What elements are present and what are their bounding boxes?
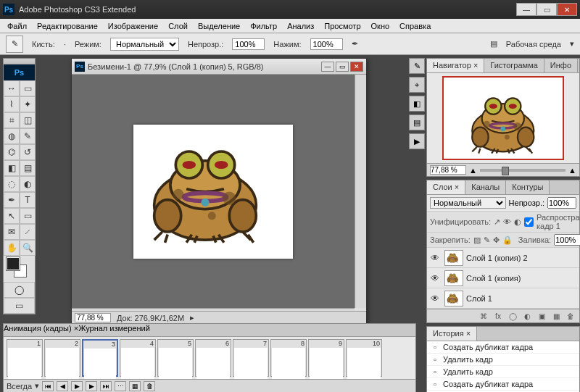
lock-all-icon[interactable]: 🔒 <box>502 235 513 245</box>
actions-icon[interactable]: ▶ <box>409 133 425 149</box>
history-item[interactable]: ▫Удалить кадр <box>427 366 579 378</box>
eraser-tool[interactable]: ◧ <box>4 160 20 176</box>
propagate-checkbox[interactable] <box>524 217 534 227</box>
visibility-icon[interactable]: 👁 <box>428 272 442 285</box>
go-bridge-icon[interactable]: ▤ <box>490 39 497 49</box>
workspace-label[interactable]: Рабочая среда <box>506 40 561 49</box>
tab-histogram[interactable]: Гистограмма <box>484 59 544 72</box>
menu-image[interactable]: Изображение <box>104 20 162 32</box>
animation-frame[interactable]: 20 сек. ▾ <box>44 339 80 377</box>
history-item[interactable]: ▫Создать дубликат кадра <box>427 341 579 354</box>
new-frame-button[interactable]: ▦ <box>129 381 141 391</box>
folder-icon[interactable]: ▣ <box>536 311 547 321</box>
animation-frame[interactable]: 60 сек. ▾ <box>195 339 231 377</box>
stamp-tool[interactable]: ⌬ <box>4 144 20 160</box>
fx-icon[interactable]: fx <box>492 311 504 321</box>
layer-thumb[interactable] <box>444 250 463 266</box>
blur-tool[interactable]: ◌ <box>4 176 20 192</box>
tab-history[interactable]: История × <box>427 327 477 341</box>
lock-paint-icon[interactable]: ✎ <box>484 235 490 245</box>
play-button[interactable]: ▶ <box>71 381 83 391</box>
zoom-in-icon[interactable]: ▲ <box>568 166 576 175</box>
doc-maximize[interactable]: ▭ <box>336 62 349 72</box>
animation-frame[interactable]: 10 сек. ▾ <box>7 339 43 377</box>
animation-frame[interactable]: 40 сек. ▾ <box>120 339 156 377</box>
vertical-scrollbar[interactable] <box>355 75 366 308</box>
marquee-tool[interactable]: ▭ <box>20 80 36 96</box>
tab-info[interactable]: Инфо <box>544 59 578 72</box>
delete-frame-button[interactable]: 🗑 <box>144 381 155 391</box>
menu-view[interactable]: Просмотр <box>320 20 365 32</box>
canvas-area[interactable] <box>72 75 355 308</box>
layer-row[interactable]: 👁Слой 1 (копия) <box>427 268 579 288</box>
brush-tool[interactable]: ✎ <box>20 128 36 144</box>
tab-channels[interactable]: Каналы <box>465 180 506 194</box>
heal-tool[interactable]: ◍ <box>4 128 20 144</box>
shape-tool[interactable]: ▭ <box>20 208 36 224</box>
nav-zoom-input[interactable] <box>430 165 466 175</box>
tab-navigator[interactable]: Навигатор × <box>427 59 484 72</box>
prev-frame-button[interactable]: ◀ <box>57 381 68 391</box>
close-button[interactable]: ✕ <box>557 3 577 16</box>
minimize-button[interactable]: — <box>516 3 536 16</box>
maximize-button[interactable]: ▭ <box>536 3 557 16</box>
menu-file[interactable]: Файл <box>3 20 31 32</box>
history-brush-tool[interactable]: ↺ <box>20 144 36 160</box>
nav-zoom-slider[interactable] <box>480 169 566 172</box>
toolbox-grip[interactable] <box>4 59 35 64</box>
brushes-panel-icon[interactable]: ✎ <box>409 58 425 74</box>
eyedrop-tool[interactable]: ⟋ <box>20 224 36 240</box>
delete-icon[interactable]: 🗑 <box>565 311 576 321</box>
tab-animation[interactable]: Анимация (кадры) × <box>4 324 78 336</box>
animation-frame[interactable]: 90 сек. ▾ <box>308 339 344 377</box>
last-frame-button[interactable]: ⏭ <box>100 381 112 391</box>
move-tool[interactable]: ↔ <box>4 80 20 96</box>
animation-frame[interactable]: 30 сек. ▾ <box>82 339 118 377</box>
canvas[interactable] <box>133 125 293 259</box>
menu-edit[interactable]: Редактирование <box>33 20 102 32</box>
history-item[interactable]: ▫Создать дубликат кадра <box>427 378 579 391</box>
gradient-tool[interactable]: ▤ <box>20 160 36 176</box>
screenmode-icon[interactable]: ▭ <box>4 298 35 314</box>
fill-input[interactable] <box>554 234 580 246</box>
brush-preset[interactable]: · <box>64 40 66 49</box>
type-tool[interactable]: T <box>20 192 36 208</box>
tab-measurements[interactable]: Журнал измерений <box>78 324 150 336</box>
dodge-tool[interactable]: ◐ <box>20 176 36 192</box>
flow-input[interactable] <box>310 38 343 50</box>
menu-layer[interactable]: Слой <box>164 20 192 32</box>
link-icon[interactable]: ⌘ <box>478 311 489 321</box>
doc-titlebar[interactable]: Ps Безимени-1 @ 77,9% (Слой 1 (копия) 5,… <box>72 59 366 75</box>
doc-close[interactable]: ✕ <box>350 62 363 72</box>
layer-row[interactable]: 👁Слой 1 <box>427 288 579 309</box>
animation-frame[interactable]: 100 сек. ▾ <box>346 339 382 377</box>
menu-select[interactable]: Выделение <box>194 20 244 32</box>
layer-thumb[interactable] <box>444 291 463 306</box>
layer-blend-select[interactable]: Нормальный <box>430 197 506 209</box>
lock-move-icon[interactable]: ✥ <box>493 235 500 245</box>
layer-thumb[interactable] <box>444 270 463 286</box>
layer-row[interactable]: 👁Слой 1 (копия) 2 <box>427 248 579 268</box>
layercomps-icon[interactable]: ▤ <box>409 114 425 130</box>
wand-tool[interactable]: ✦ <box>20 96 36 112</box>
zoom-out-icon[interactable]: ▲ <box>469 166 477 175</box>
lock-trans-icon[interactable]: ▨ <box>473 235 481 245</box>
new-layer-icon[interactable]: ▦ <box>550 311 562 321</box>
animation-frame[interactable]: 50 сек. ▾ <box>157 339 194 377</box>
zoom-tool[interactable]: 🔍 <box>20 240 36 256</box>
hand-tool[interactable]: ✋ <box>4 240 20 256</box>
tween-button[interactable]: ⋯ <box>115 381 126 391</box>
tab-layers[interactable]: Слои × <box>427 180 465 194</box>
unify-vis-icon[interactable]: 👁 <box>503 217 511 226</box>
tab-paths[interactable]: Контуры <box>506 180 550 194</box>
airbrush-icon[interactable]: ✒ <box>352 39 358 49</box>
animation-frame[interactable]: 70 сек. ▾ <box>233 339 269 377</box>
pen-tool[interactable]: ✒ <box>4 192 20 208</box>
unify-pos-icon[interactable]: ↗ <box>494 217 500 227</box>
slice-tool[interactable]: ◫ <box>20 112 36 128</box>
animation-frame[interactable]: 80 сек. ▾ <box>270 339 307 377</box>
adj-icon[interactable]: ◐ <box>521 311 533 321</box>
quickmask-icon[interactable]: ◯ <box>4 282 35 298</box>
zoom-input[interactable] <box>75 313 111 322</box>
doc-minimize[interactable]: — <box>321 62 334 72</box>
